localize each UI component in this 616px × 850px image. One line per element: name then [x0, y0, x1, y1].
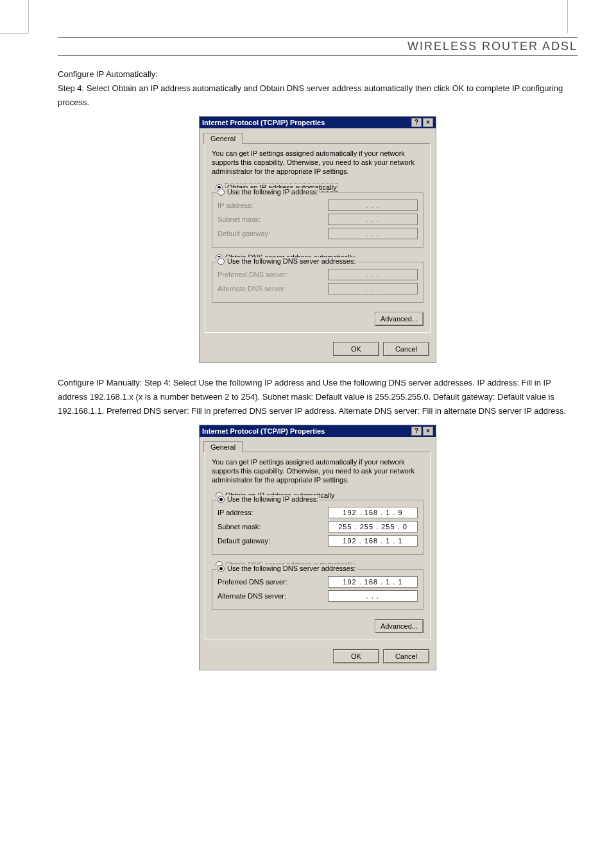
input-alt-dns[interactable]: . . .: [328, 283, 418, 294]
radio-use-dns[interactable]: Use the following DNS server addresses:: [216, 257, 357, 265]
cancel-button[interactable]: Cancel: [383, 342, 429, 356]
label-gateway: Default gateway:: [218, 230, 270, 237]
advanced-button[interactable]: Advanced...: [375, 312, 424, 326]
label-pref-dns: Preferred DNS server:: [218, 271, 287, 278]
radio-icon: [218, 258, 225, 265]
help-button[interactable]: ?: [411, 118, 422, 127]
dialog-panel: You can get IP settings assigned automat…: [205, 452, 431, 640]
dialog-titlebar: Internet Protocol (TCP/IP) Properties ? …: [200, 117, 436, 128]
tcpip-dialog-manual: Internet Protocol (TCP/IP) Properties ? …: [199, 425, 436, 670]
dns-group: Use the following DNS server addresses: …: [212, 262, 424, 303]
dialog-titlebar: Internet Protocol (TCP/IP) Properties ? …: [200, 425, 436, 437]
para-auto-step: Step 4: Select Obtain an IP address auto…: [58, 81, 578, 110]
dialog-title: Internet Protocol (TCP/IP) Properties: [202, 427, 325, 435]
advanced-button[interactable]: Advanced...: [375, 619, 424, 633]
label-subnet: Subnet mask:: [218, 523, 261, 531]
para-auto-heading: Configure IP Automatically:: [58, 67, 578, 81]
tab-strip: General: [200, 128, 436, 143]
ok-button[interactable]: OK: [333, 649, 379, 663]
dialog-description: You can get IP settings assigned automat…: [212, 457, 424, 484]
tab-general[interactable]: General: [203, 441, 243, 452]
label-alt-dns: Alternate DNS server:: [218, 592, 286, 600]
radio-use-ip[interactable]: Use the following IP address:: [216, 495, 320, 503]
crop-mark: [28, 0, 29, 33]
label-subnet: Subnet mask:: [218, 216, 261, 223]
dns-group: Use the following DNS server addresses: …: [212, 569, 424, 610]
help-button[interactable]: ?: [411, 427, 422, 436]
label-alt-dns: Alternate DNS server:: [218, 285, 286, 293]
input-ip[interactable]: . . .: [328, 200, 418, 211]
tab-general[interactable]: General: [203, 133, 243, 144]
para-manual-step: Configure IP Manually: Step 4: Select Us…: [58, 376, 578, 418]
tab-strip: General: [200, 437, 436, 452]
radio-icon: [218, 189, 225, 196]
label-ip: IP address:: [218, 509, 253, 516]
radio-use-ip-label: Use the following IP address:: [227, 188, 318, 196]
radio-use-ip-label: Use the following IP address:: [227, 495, 318, 503]
dialog-button-row: OK Cancel: [200, 645, 436, 670]
label-ip: IP address:: [218, 201, 253, 209]
label-pref-dns: Preferred DNS server:: [218, 578, 287, 586]
radio-use-dns[interactable]: Use the following DNS server addresses:: [216, 565, 357, 572]
input-ip[interactable]: 192 . 168 . 1 . 9: [328, 507, 418, 518]
dialog-description: You can get IP settings assigned automat…: [212, 149, 424, 176]
radio-use-ip[interactable]: Use the following IP address:: [216, 188, 320, 196]
input-subnet[interactable]: . . .: [328, 214, 418, 225]
input-pref-dns[interactable]: 192 . 168 . 1 . 1: [328, 576, 418, 588]
input-alt-dns[interactable]: . . .: [328, 590, 418, 602]
tcpip-dialog-auto: Internet Protocol (TCP/IP) Properties ? …: [199, 116, 436, 363]
close-button[interactable]: ×: [423, 118, 433, 127]
crop-mark: [0, 33, 28, 34]
ok-button[interactable]: OK: [333, 342, 379, 356]
dialog-button-row: OK Cancel: [200, 338, 436, 362]
ip-group: Use the following IP address: IP address…: [212, 500, 424, 555]
radio-icon: [218, 496, 225, 503]
input-pref-dns[interactable]: . . .: [328, 269, 418, 280]
cancel-button[interactable]: Cancel: [383, 649, 429, 663]
dialog-panel: You can get IP settings assigned automat…: [205, 143, 431, 333]
dialog-title: Internet Protocol (TCP/IP) Properties: [202, 119, 325, 126]
page-header-rule: WIRELESS ROUTER ADSL: [58, 37, 578, 56]
radio-icon: [218, 565, 225, 572]
radio-use-dns-label: Use the following DNS server addresses:: [227, 257, 356, 265]
input-gateway[interactable]: . . .: [328, 228, 418, 239]
page-header-title: WIRELESS ROUTER ADSL: [58, 40, 578, 53]
ip-group: Use the following IP address: IP address…: [212, 192, 424, 248]
input-gateway[interactable]: 192 . 168 . 1 . 1: [328, 535, 418, 547]
close-button[interactable]: ×: [423, 427, 433, 436]
input-subnet[interactable]: 255 . 255 . 255 . 0: [328, 521, 418, 532]
label-gateway: Default gateway:: [218, 537, 270, 545]
radio-use-dns-label: Use the following DNS server addresses:: [227, 565, 356, 572]
